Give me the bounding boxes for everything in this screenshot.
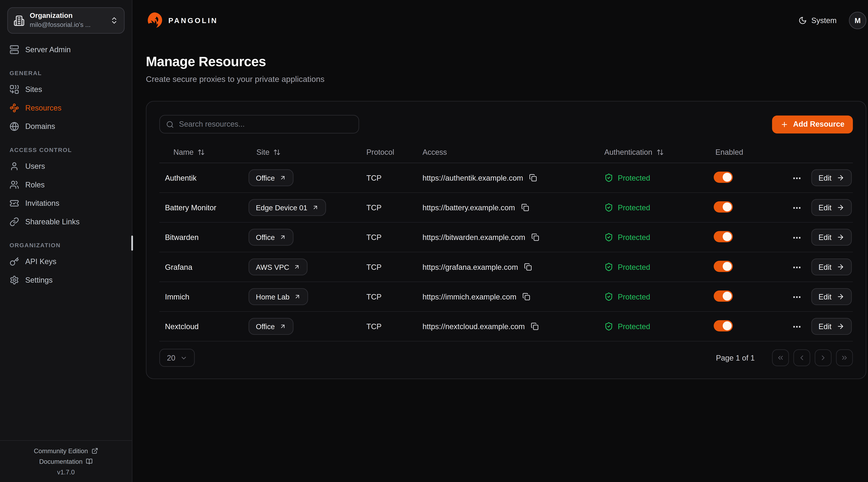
sidebar-item-api-keys[interactable]: API Keys [7, 252, 125, 271]
column-header-name[interactable]: Name [159, 148, 249, 156]
authentication-label: Protected [618, 203, 650, 212]
documentation-link[interactable]: Documentation [39, 458, 93, 465]
sort-icon [656, 149, 663, 156]
sidebar-item-label: Settings [25, 276, 53, 284]
first-page-button[interactable] [772, 349, 789, 366]
resource-name: Nextcloud [159, 322, 249, 330]
copy-url-button[interactable] [531, 233, 539, 241]
resources-card: Add Resource Name Site Protocol Access [146, 101, 866, 379]
row-actions: ⋯ Edit [790, 318, 853, 335]
protocol: TCP [367, 292, 423, 301]
add-resource-button[interactable]: Add Resource [772, 115, 853, 133]
row-actions: ⋯ Edit [790, 169, 853, 186]
edit-label: Edit [818, 173, 832, 182]
resource-name: Grafana [159, 263, 249, 271]
enabled-toggle[interactable] [714, 201, 733, 213]
edit-button[interactable]: Edit [811, 259, 852, 275]
site-link-button[interactable]: Office [249, 169, 293, 186]
search-input[interactable] [179, 120, 352, 128]
last-page-button[interactable] [836, 349, 853, 366]
enabled-toggle[interactable] [714, 171, 733, 183]
shield-check-icon [604, 292, 613, 301]
site-name: Office [256, 173, 275, 182]
column-header-access: Access [423, 148, 604, 156]
column-label: Enabled [715, 148, 743, 156]
copy-icon [524, 263, 532, 271]
sidebar-heading-general: GENERAL [9, 70, 125, 76]
enabled-toggle[interactable] [714, 231, 733, 242]
row-menu-button[interactable]: ⋯ [793, 173, 802, 182]
ticket-check-icon [9, 198, 19, 208]
previous-page-button[interactable] [793, 349, 810, 366]
authentication-label: Protected [618, 233, 650, 242]
column-label: Site [256, 148, 270, 156]
edit-button[interactable]: Edit [811, 199, 852, 216]
resource-name: Authentik [159, 173, 249, 182]
community-edition-link[interactable]: Community Edition [34, 447, 98, 454]
sidebar-item-invitations[interactable]: Invitations [7, 194, 125, 213]
page-size-select[interactable]: 20 [159, 349, 195, 366]
sidebar-resize-handle[interactable] [131, 235, 133, 251]
row-menu-button[interactable]: ⋯ [793, 292, 802, 301]
access-cell: https://grafana.example.com [423, 263, 604, 271]
arrow-right-icon [837, 263, 844, 271]
plus-icon [781, 120, 788, 128]
row-menu-button[interactable]: ⋯ [793, 203, 802, 212]
org-selector[interactable]: Organization milo@fossorial.io's ... [7, 7, 125, 34]
edit-button[interactable]: Edit [811, 318, 852, 335]
site-link-button[interactable]: Home Lab [249, 288, 308, 305]
protocol: TCP [367, 263, 423, 271]
theme-toggle-button[interactable]: System [798, 16, 837, 24]
waypoints-icon [9, 103, 19, 113]
site-link-button[interactable]: Edge Device 01 [249, 199, 326, 216]
shield-check-icon [604, 262, 613, 271]
sidebar-item-sites[interactable]: Sites [7, 80, 125, 99]
sidebar-item-label: Shareable Links [25, 218, 80, 226]
copy-url-button[interactable] [524, 263, 532, 271]
site-link-button[interactable]: AWS VPC [249, 259, 308, 275]
column-header-authentication[interactable]: Authentication [604, 148, 714, 156]
enabled-toggle[interactable] [714, 320, 733, 331]
arrow-up-right-icon [279, 323, 286, 330]
column-header-site[interactable]: Site [249, 148, 367, 156]
edit-button[interactable]: Edit [811, 288, 852, 305]
copy-url-button[interactable] [521, 203, 529, 211]
copy-url-button[interactable] [523, 293, 530, 300]
table-row: Battery Monitor Edge Device 01 TCP https… [159, 193, 853, 223]
column-label: Access [423, 148, 447, 156]
access-url: https://grafana.example.com [423, 263, 518, 271]
book-open-icon [86, 458, 93, 465]
sidebar-item-resources[interactable]: Resources [7, 99, 125, 117]
row-menu-button[interactable]: ⋯ [793, 233, 802, 242]
sidebar-item-server-admin[interactable]: Server Admin [7, 40, 125, 59]
sidebar-item-shareable-links[interactable]: Shareable Links [7, 213, 125, 231]
sidebar-nav: Server Admin GENERAL Sites Resources Dom… [0, 37, 132, 440]
enabled-toggle[interactable] [714, 260, 733, 272]
sidebar-item-roles[interactable]: Roles [7, 175, 125, 194]
copy-url-button[interactable] [529, 174, 537, 182]
site-link-button[interactable]: Office [249, 318, 293, 335]
edit-button[interactable]: Edit [811, 229, 852, 246]
sidebar-item-settings[interactable]: Settings [7, 271, 125, 289]
access-url: https://nextcloud.example.com [423, 322, 525, 330]
copy-url-button[interactable] [531, 322, 539, 330]
row-menu-button[interactable]: ⋯ [793, 263, 802, 271]
authentication-status: Protected [604, 322, 714, 331]
shield-check-icon [604, 173, 613, 182]
next-page-button[interactable] [815, 349, 832, 366]
app-root: Organization milo@fossorial.io's ... Ser… [0, 0, 868, 482]
authentication-label: Protected [618, 292, 650, 301]
sidebar-item-domains[interactable]: Domains [7, 117, 125, 136]
org-selector-text: Organization milo@fossorial.io's ... [30, 12, 105, 29]
site-link-button[interactable]: Office [249, 229, 293, 246]
sidebar-item-users[interactable]: Users [7, 157, 125, 175]
arrow-up-right-icon [294, 263, 301, 270]
arrow-up-right-icon [279, 174, 286, 181]
edit-button[interactable]: Edit [811, 169, 852, 186]
row-menu-button[interactable]: ⋯ [793, 322, 802, 330]
site-cell: Office [249, 318, 367, 335]
enabled-cell [714, 231, 790, 244]
enabled-toggle[interactable] [714, 290, 733, 301]
arrow-right-icon [837, 174, 844, 182]
avatar[interactable]: M [849, 11, 866, 29]
